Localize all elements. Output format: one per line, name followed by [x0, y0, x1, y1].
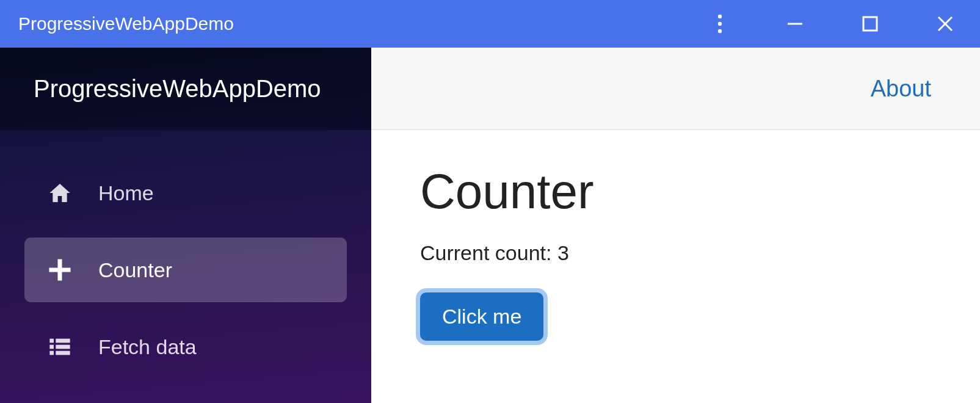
- sidebar-item-label: Home: [98, 181, 154, 205]
- window-titlebar: ProgressiveWebAppDemo: [0, 0, 980, 48]
- page-heading: Counter: [420, 164, 943, 220]
- sidebar-item-label: Fetch data: [98, 335, 197, 359]
- svg-rect-13: [49, 351, 54, 355]
- svg-point-2: [718, 29, 722, 33]
- svg-point-1: [718, 22, 722, 26]
- home-icon: [46, 179, 74, 207]
- about-link[interactable]: About: [871, 76, 931, 102]
- maximize-button[interactable]: [858, 12, 882, 35]
- svg-rect-11: [49, 345, 54, 349]
- svg-rect-14: [56, 351, 70, 355]
- page-body: Counter Current count: 3 Click me: [371, 130, 980, 341]
- sidebar-nav: Home Counter Fetch data: [0, 130, 371, 379]
- minimize-button[interactable]: [783, 12, 807, 35]
- svg-rect-9: [49, 339, 54, 343]
- window-controls: [708, 12, 968, 35]
- sidebar: ProgressiveWebAppDemo Home Counter Fetch…: [0, 48, 371, 403]
- sidebar-brand: ProgressiveWebAppDemo: [0, 48, 371, 130]
- click-me-button[interactable]: Click me: [420, 292, 543, 341]
- close-button[interactable]: [934, 12, 957, 35]
- svg-rect-4: [863, 17, 877, 31]
- sidebar-item-label: Counter: [98, 258, 172, 282]
- list-icon: [46, 333, 74, 361]
- window-title: ProgressiveWebAppDemo: [18, 13, 234, 34]
- plus-icon: [46, 256, 74, 284]
- app-content: ProgressiveWebAppDemo Home Counter Fetch…: [0, 48, 980, 403]
- main-area: About Counter Current count: 3 Click me: [371, 48, 980, 403]
- more-icon[interactable]: [708, 12, 731, 35]
- svg-rect-12: [56, 345, 70, 349]
- svg-point-0: [718, 15, 722, 18]
- current-count-text: Current count: 3: [420, 241, 943, 265]
- sidebar-item-counter[interactable]: Counter: [24, 238, 347, 302]
- svg-rect-10: [56, 339, 70, 343]
- topbar: About: [371, 48, 980, 130]
- svg-rect-8: [49, 268, 71, 272]
- sidebar-item-fetch-data[interactable]: Fetch data: [24, 314, 347, 379]
- sidebar-item-home[interactable]: Home: [24, 161, 347, 225]
